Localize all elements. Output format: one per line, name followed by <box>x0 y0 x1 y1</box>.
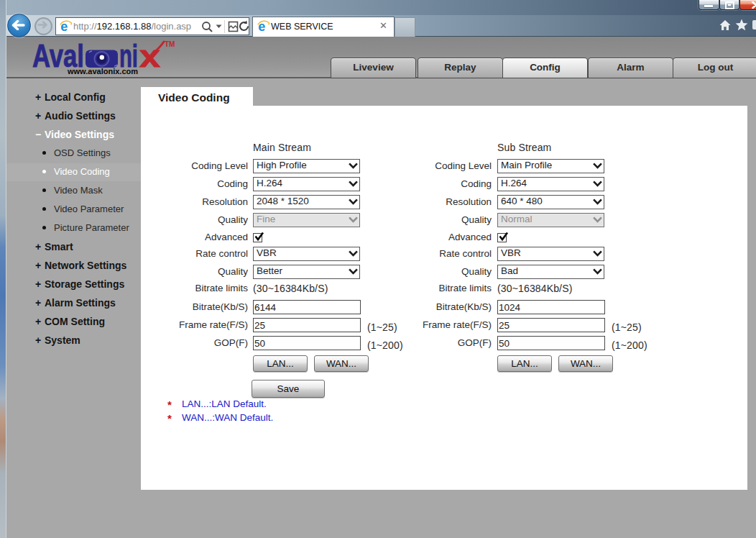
svg-text:TM: TM <box>165 40 175 48</box>
svg-text:x: x <box>139 40 161 70</box>
svg-text:Aval: Aval <box>32 38 84 70</box>
svg-text:ni: ni <box>119 38 138 70</box>
